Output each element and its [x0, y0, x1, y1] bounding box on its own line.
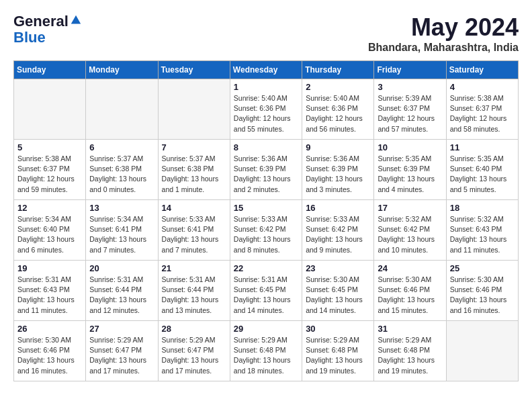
day-number: 3	[378, 82, 442, 92]
day-number: 21	[162, 263, 226, 273]
day-number: 2	[306, 82, 370, 92]
day-number: 30	[306, 324, 370, 334]
calendar-cell: 7Sunrise: 5:37 AMSunset: 6:38 PMDaylight…	[158, 140, 230, 200]
weekday-header-saturday: Saturday	[446, 61, 518, 79]
day-number: 14	[162, 203, 226, 213]
calendar-cell: 14Sunrise: 5:33 AMSunset: 6:41 PMDayligh…	[158, 200, 230, 261]
calendar-cell	[86, 79, 158, 140]
calendar-cell: 24Sunrise: 5:30 AMSunset: 6:46 PMDayligh…	[374, 261, 446, 321]
calendar-cell: 1Sunrise: 5:40 AMSunset: 6:36 PMDaylight…	[230, 79, 302, 140]
day-info: Sunrise: 5:32 AMSunset: 6:43 PMDaylight:…	[450, 214, 515, 255]
calendar-cell	[446, 321, 518, 381]
day-info: Sunrise: 5:29 AMSunset: 6:48 PMDaylight:…	[234, 335, 298, 376]
logo-blue: Blue	[13, 29, 46, 46]
day-info: Sunrise: 5:36 AMSunset: 6:39 PMDaylight:…	[306, 154, 370, 195]
calendar-cell: 19Sunrise: 5:31 AMSunset: 6:43 PMDayligh…	[14, 261, 86, 321]
weekday-header-row: SundayMondayTuesdayWednesdayThursdayFrid…	[14, 61, 519, 79]
day-info: Sunrise: 5:40 AMSunset: 6:36 PMDaylight:…	[234, 93, 298, 134]
day-number: 26	[17, 324, 82, 334]
title-area: May 2024 Bhandara, Maharashtra, India	[368, 13, 519, 54]
week-row-1: 1Sunrise: 5:40 AMSunset: 6:36 PMDaylight…	[14, 79, 519, 140]
day-info: Sunrise: 5:29 AMSunset: 6:48 PMDaylight:…	[378, 335, 442, 376]
calendar-cell: 30Sunrise: 5:29 AMSunset: 6:48 PMDayligh…	[302, 321, 374, 381]
day-number: 24	[378, 263, 442, 273]
calendar-table: SundayMondayTuesdayWednesdayThursdayFrid…	[13, 60, 519, 381]
day-number: 27	[89, 324, 154, 334]
calendar-cell: 23Sunrise: 5:30 AMSunset: 6:45 PMDayligh…	[302, 261, 374, 321]
day-info: Sunrise: 5:31 AMSunset: 6:44 PMDaylight:…	[162, 275, 226, 316]
day-info: Sunrise: 5:37 AMSunset: 6:38 PMDaylight:…	[89, 154, 154, 195]
calendar-cell: 21Sunrise: 5:31 AMSunset: 6:44 PMDayligh…	[158, 261, 230, 321]
weekday-header-sunday: Sunday	[14, 61, 86, 79]
day-info: Sunrise: 5:30 AMSunset: 6:45 PMDaylight:…	[306, 275, 370, 316]
day-info: Sunrise: 5:33 AMSunset: 6:42 PMDaylight:…	[306, 214, 370, 255]
day-number: 28	[162, 324, 226, 334]
day-number: 16	[306, 203, 370, 213]
day-number: 7	[162, 142, 226, 152]
calendar-cell: 31Sunrise: 5:29 AMSunset: 6:48 PMDayligh…	[374, 321, 446, 381]
calendar-cell: 26Sunrise: 5:30 AMSunset: 6:46 PMDayligh…	[14, 321, 86, 381]
calendar-cell: 27Sunrise: 5:29 AMSunset: 6:47 PMDayligh…	[86, 321, 158, 381]
day-info: Sunrise: 5:30 AMSunset: 6:46 PMDaylight:…	[450, 275, 515, 316]
day-number: 5	[17, 142, 82, 152]
calendar-cell: 15Sunrise: 5:33 AMSunset: 6:42 PMDayligh…	[230, 200, 302, 261]
day-number: 15	[234, 203, 298, 213]
calendar-cell: 5Sunrise: 5:38 AMSunset: 6:37 PMDaylight…	[14, 140, 86, 200]
day-info: Sunrise: 5:29 AMSunset: 6:47 PMDaylight:…	[162, 335, 226, 376]
day-number: 10	[378, 142, 442, 152]
calendar-cell: 22Sunrise: 5:31 AMSunset: 6:45 PMDayligh…	[230, 261, 302, 321]
page-header: General Blue May 2024 Bhandara, Maharash…	[13, 13, 519, 54]
calendar-cell: 29Sunrise: 5:29 AMSunset: 6:48 PMDayligh…	[230, 321, 302, 381]
day-number: 19	[17, 263, 82, 273]
calendar-cell: 17Sunrise: 5:32 AMSunset: 6:42 PMDayligh…	[374, 200, 446, 261]
svg-marker-0	[71, 15, 81, 24]
week-row-3: 12Sunrise: 5:34 AMSunset: 6:40 PMDayligh…	[14, 200, 519, 261]
day-info: Sunrise: 5:37 AMSunset: 6:38 PMDaylight:…	[162, 154, 226, 195]
day-number: 12	[17, 203, 82, 213]
weekday-header-tuesday: Tuesday	[158, 61, 230, 79]
calendar-cell: 16Sunrise: 5:33 AMSunset: 6:42 PMDayligh…	[302, 200, 374, 261]
day-info: Sunrise: 5:31 AMSunset: 6:43 PMDaylight:…	[17, 275, 82, 316]
calendar-cell	[14, 79, 86, 140]
calendar-cell: 2Sunrise: 5:40 AMSunset: 6:36 PMDaylight…	[302, 79, 374, 140]
day-info: Sunrise: 5:38 AMSunset: 6:37 PMDaylight:…	[17, 154, 82, 195]
day-number: 8	[234, 142, 298, 152]
calendar-cell: 10Sunrise: 5:35 AMSunset: 6:39 PMDayligh…	[374, 140, 446, 200]
day-info: Sunrise: 5:33 AMSunset: 6:42 PMDaylight:…	[234, 214, 298, 255]
day-number: 4	[450, 82, 515, 92]
day-info: Sunrise: 5:34 AMSunset: 6:40 PMDaylight:…	[17, 214, 82, 255]
day-info: Sunrise: 5:34 AMSunset: 6:41 PMDaylight:…	[89, 214, 154, 255]
day-info: Sunrise: 5:30 AMSunset: 6:46 PMDaylight:…	[17, 335, 82, 376]
day-number: 25	[450, 263, 515, 273]
day-number: 23	[306, 263, 370, 273]
day-number: 22	[234, 263, 298, 273]
day-info: Sunrise: 5:39 AMSunset: 6:37 PMDaylight:…	[378, 93, 442, 134]
day-number: 9	[306, 142, 370, 152]
day-info: Sunrise: 5:40 AMSunset: 6:36 PMDaylight:…	[306, 93, 370, 134]
calendar-cell: 18Sunrise: 5:32 AMSunset: 6:43 PMDayligh…	[446, 200, 518, 261]
day-number: 11	[450, 142, 515, 152]
day-number: 31	[378, 324, 442, 334]
day-number: 17	[378, 203, 442, 213]
calendar-cell: 6Sunrise: 5:37 AMSunset: 6:38 PMDaylight…	[86, 140, 158, 200]
calendar-cell: 8Sunrise: 5:36 AMSunset: 6:39 PMDaylight…	[230, 140, 302, 200]
day-number: 1	[234, 82, 298, 92]
calendar-cell: 9Sunrise: 5:36 AMSunset: 6:39 PMDaylight…	[302, 140, 374, 200]
week-row-5: 26Sunrise: 5:30 AMSunset: 6:46 PMDayligh…	[14, 321, 519, 381]
day-info: Sunrise: 5:31 AMSunset: 6:44 PMDaylight:…	[89, 275, 154, 316]
day-info: Sunrise: 5:35 AMSunset: 6:40 PMDaylight:…	[450, 154, 515, 195]
weekday-header-monday: Monday	[86, 61, 158, 79]
day-info: Sunrise: 5:38 AMSunset: 6:37 PMDaylight:…	[450, 93, 515, 134]
calendar-cell: 25Sunrise: 5:30 AMSunset: 6:46 PMDayligh…	[446, 261, 518, 321]
week-row-4: 19Sunrise: 5:31 AMSunset: 6:43 PMDayligh…	[14, 261, 519, 321]
day-number: 13	[89, 203, 154, 213]
calendar-cell: 3Sunrise: 5:39 AMSunset: 6:37 PMDaylight…	[374, 79, 446, 140]
logo: General Blue	[13, 13, 82, 46]
logo-general: General	[13, 13, 69, 30]
day-number: 29	[234, 324, 298, 334]
calendar-cell: 4Sunrise: 5:38 AMSunset: 6:37 PMDaylight…	[446, 79, 518, 140]
logo-icon	[70, 14, 82, 26]
calendar-cell: 12Sunrise: 5:34 AMSunset: 6:40 PMDayligh…	[14, 200, 86, 261]
weekday-header-friday: Friday	[374, 61, 446, 79]
location-title: Bhandara, Maharashtra, India	[368, 42, 519, 54]
